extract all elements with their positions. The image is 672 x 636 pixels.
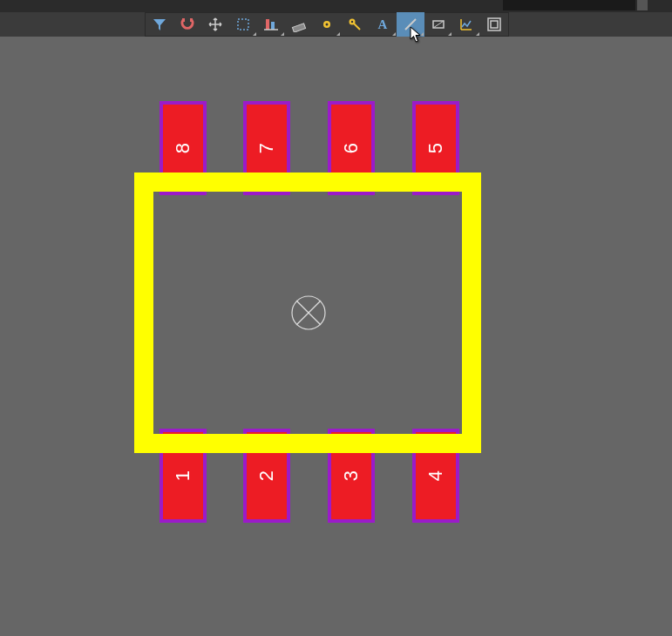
svg-rect-0 <box>182 18 185 22</box>
svg-rect-2 <box>238 19 248 30</box>
move-icon <box>207 17 223 32</box>
rect-icon <box>431 17 446 32</box>
dropdown-corner-icon <box>392 32 396 36</box>
svg-rect-3 <box>266 19 269 30</box>
pad-number: 1 <box>172 470 194 481</box>
title-bar <box>0 0 672 12</box>
pad-number: 2 <box>255 470 278 481</box>
toolbar-move-button[interactable] <box>201 12 229 37</box>
editor-canvas[interactable]: 87651234 <box>0 37 672 636</box>
pad-number: 3 <box>340 470 363 481</box>
svg-text:A: A <box>378 17 388 31</box>
toolbar-select-rect-button[interactable] <box>229 12 257 37</box>
titlebar-dropdown[interactable] <box>503 0 635 10</box>
dimension-2-icon <box>347 17 363 32</box>
toolbar: A <box>145 12 509 37</box>
pad-number: 5 <box>424 143 447 153</box>
toolbar-measure-clear-button[interactable] <box>285 12 313 37</box>
select-rect-icon <box>235 17 251 32</box>
toolbar-line-button[interactable] <box>397 12 424 37</box>
toolbar-graph-button[interactable] <box>452 12 480 37</box>
toolbar-rect-button[interactable] <box>424 12 452 37</box>
titlebar-button[interactable] <box>637 0 648 10</box>
dropdown-corner-icon <box>281 32 284 36</box>
toolbar-snap-button[interactable] <box>173 12 201 37</box>
measure-clear-icon <box>291 17 307 32</box>
pad-number: 7 <box>255 143 278 153</box>
filter-icon <box>152 17 167 32</box>
toolbar-frame-button[interactable] <box>480 12 508 37</box>
svg-rect-1 <box>190 18 193 22</box>
svg-point-9 <box>326 24 329 26</box>
line-icon <box>403 17 418 32</box>
dropdown-corner-icon <box>420 32 424 36</box>
toolbar-filter-button[interactable] <box>146 12 173 37</box>
snap-icon <box>180 17 195 32</box>
svg-rect-15 <box>488 18 500 30</box>
toolbar-dimension-2-button[interactable] <box>341 12 369 37</box>
dropdown-corner-icon <box>448 32 451 36</box>
toolbar-dimension-1-button[interactable] <box>313 12 341 37</box>
pad-number: 4 <box>424 470 447 481</box>
origin-marker-icon <box>290 294 327 331</box>
dropdown-corner-icon <box>336 32 340 36</box>
pad-number: 8 <box>172 143 194 153</box>
dropdown-corner-icon <box>253 32 256 36</box>
toolbar-align-button[interactable] <box>257 12 285 37</box>
svg-rect-4 <box>271 22 275 30</box>
toolbar-text-button[interactable]: A <box>369 12 397 37</box>
dropdown-corner-icon <box>476 32 479 36</box>
svg-point-11 <box>351 21 353 23</box>
svg-line-13 <box>405 19 416 30</box>
svg-rect-16 <box>491 21 498 28</box>
text-icon: A <box>375 17 390 32</box>
frame-icon <box>486 17 502 32</box>
dimension-1-icon <box>319 17 335 32</box>
pad-number: 6 <box>340 143 363 153</box>
graph-icon <box>458 17 474 32</box>
align-icon <box>263 17 279 32</box>
